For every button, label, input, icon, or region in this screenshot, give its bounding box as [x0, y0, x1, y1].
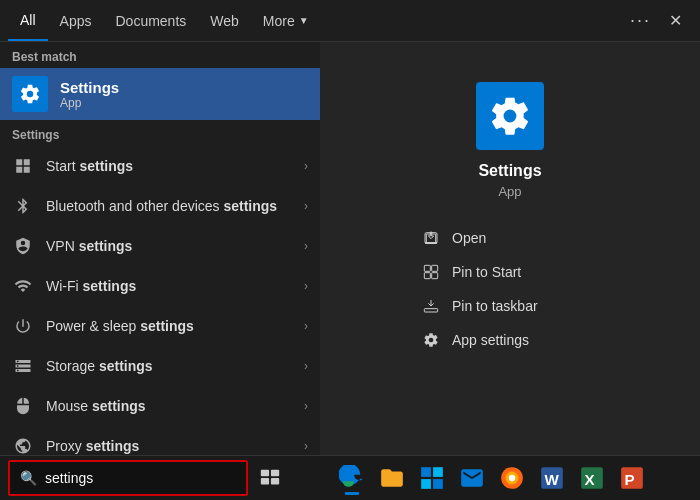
app-settings-label: App settings: [452, 332, 529, 348]
item-label: Power & sleep settings: [46, 318, 292, 334]
search-bar[interactable]: 🔍 settings: [8, 460, 248, 496]
best-match-name: Settings: [60, 79, 119, 96]
list-item[interactable]: Mouse settings ›: [0, 386, 320, 426]
open-icon: [422, 229, 440, 247]
list-item[interactable]: Proxy settings ›: [0, 426, 320, 455]
settings-app-icon: [12, 76, 48, 112]
svg-rect-15: [433, 467, 443, 477]
tab-documents[interactable]: Documents: [103, 0, 198, 41]
taskbar-apps: W X P: [292, 459, 692, 497]
svg-rect-17: [433, 479, 443, 489]
best-match-item[interactable]: Settings App: [0, 68, 320, 120]
search-input-value[interactable]: settings: [45, 470, 236, 486]
svg-rect-14: [421, 467, 431, 477]
svg-rect-13: [271, 478, 279, 484]
tab-apps[interactable]: Apps: [48, 0, 104, 41]
svg-rect-8: [432, 273, 438, 279]
svg-point-20: [509, 475, 516, 482]
context-open[interactable]: Open: [410, 221, 610, 255]
tab-all[interactable]: All: [8, 0, 48, 41]
svg-text:X: X: [584, 471, 594, 488]
app-name-large: Settings: [478, 162, 541, 180]
svg-rect-5: [424, 265, 430, 271]
pin-start-label: Pin to Start: [452, 264, 521, 280]
chevron-right-icon: ›: [304, 399, 308, 413]
mouse-icon: [12, 395, 34, 417]
right-panel: Settings App Open Pin to Start: [320, 42, 700, 455]
svg-rect-11: [271, 470, 279, 476]
svg-text:W: W: [544, 471, 559, 488]
best-match-label: Best match: [0, 42, 320, 68]
start-settings-icon: [12, 155, 34, 177]
svg-rect-0: [16, 159, 22, 165]
svg-rect-3: [24, 167, 30, 173]
best-match-text: Settings App: [60, 79, 119, 110]
item-label: Start settings: [46, 158, 292, 174]
nav-tabs: All Apps Documents Web More ▼ ··· ✕: [0, 0, 700, 42]
best-match-type: App: [60, 96, 119, 110]
taskbar-word[interactable]: W: [533, 459, 571, 497]
main-content: Best match Settings App Settings: [0, 42, 700, 455]
taskbar-excel[interactable]: X: [573, 459, 611, 497]
search-icon: 🔍: [20, 470, 37, 486]
pin-taskbar-icon: [422, 297, 440, 315]
context-pin-taskbar[interactable]: Pin to taskbar: [410, 289, 610, 323]
chevron-right-icon: ›: [304, 199, 308, 213]
list-item[interactable]: Bluetooth and other devices settings ›: [0, 186, 320, 226]
list-item[interactable]: Wi-Fi settings ›: [0, 266, 320, 306]
tab-more[interactable]: More ▼: [251, 0, 321, 41]
chevron-right-icon: ›: [304, 359, 308, 373]
taskbar-edge[interactable]: [333, 459, 371, 497]
start-menu: All Apps Documents Web More ▼ ··· ✕ Best…: [0, 0, 700, 500]
context-pin-start[interactable]: Pin to Start: [410, 255, 610, 289]
context-menu: Open Pin to Start Pin to taskbar: [410, 221, 610, 357]
svg-rect-7: [424, 273, 430, 279]
svg-rect-6: [432, 265, 438, 271]
item-label: Bluetooth and other devices settings: [46, 198, 292, 214]
proxy-icon: [12, 435, 34, 455]
context-app-settings[interactable]: App settings: [410, 323, 610, 357]
chevron-right-icon: ›: [304, 159, 308, 173]
svg-rect-4: [425, 242, 437, 244]
svg-rect-2: [16, 167, 22, 173]
task-view-button[interactable]: [252, 460, 288, 496]
item-label: Storage settings: [46, 358, 292, 374]
svg-text:P: P: [624, 471, 634, 488]
more-options-button[interactable]: ···: [622, 6, 659, 35]
wifi-icon: [12, 275, 34, 297]
settings-section-label: Settings: [0, 120, 320, 146]
close-button[interactable]: ✕: [659, 7, 692, 34]
list-item[interactable]: Storage settings ›: [0, 346, 320, 386]
open-label: Open: [452, 230, 486, 246]
taskbar: 🔍 settings: [0, 455, 700, 500]
list-item[interactable]: Power & sleep settings ›: [0, 306, 320, 346]
taskbar-powerpoint[interactable]: P: [613, 459, 651, 497]
svg-rect-9: [424, 309, 437, 312]
bluetooth-icon: [12, 195, 34, 217]
power-icon: [12, 315, 34, 337]
taskbar-firefox[interactable]: [493, 459, 531, 497]
list-item[interactable]: VPN settings ›: [0, 226, 320, 266]
taskbar-store[interactable]: [413, 459, 451, 497]
chevron-down-icon: ▼: [299, 15, 309, 26]
chevron-right-icon: ›: [304, 279, 308, 293]
svg-rect-1: [24, 159, 30, 165]
storage-icon: [12, 355, 34, 377]
svg-rect-10: [261, 470, 269, 476]
pin-start-icon: [422, 263, 440, 281]
left-panel: Best match Settings App Settings: [0, 42, 320, 455]
chevron-right-icon: ›: [304, 239, 308, 253]
chevron-right-icon: ›: [304, 439, 308, 453]
svg-rect-12: [261, 478, 269, 484]
settings-list: Start settings › Bluetooth and other dev…: [0, 146, 320, 455]
item-label: Proxy settings: [46, 438, 292, 454]
app-settings-icon: [422, 331, 440, 349]
taskbar-mail[interactable]: [453, 459, 491, 497]
list-item[interactable]: Start settings ›: [0, 146, 320, 186]
app-icon-large: [476, 82, 544, 150]
taskbar-file-explorer[interactable]: [373, 459, 411, 497]
svg-rect-16: [421, 479, 431, 489]
tab-web[interactable]: Web: [198, 0, 251, 41]
app-type-large: App: [498, 184, 521, 199]
pin-taskbar-label: Pin to taskbar: [452, 298, 538, 314]
